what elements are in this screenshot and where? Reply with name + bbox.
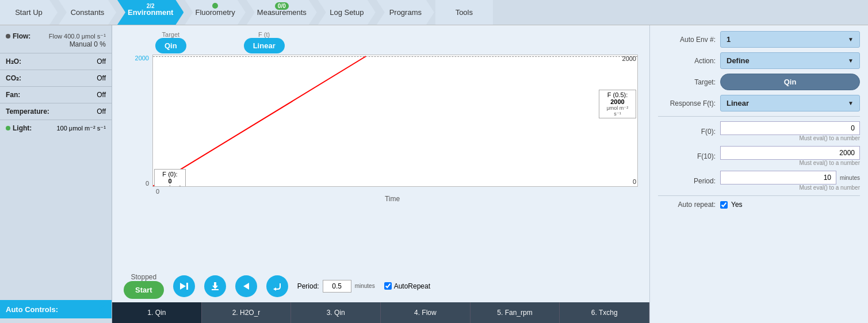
period-input-group: minutes Must eval() to a number [720, 171, 860, 191]
chart-area: Target Qin F (t) Linear 2000 0 [112, 25, 649, 270]
return-button[interactable] [266, 275, 288, 297]
temp-value: Off [97, 107, 106, 116]
nav-programs[interactable]: Programs [377, 0, 434, 25]
auto-controls[interactable]: Auto Controls: [0, 300, 112, 318]
svg-marker-1 [180, 283, 186, 290]
nav-startup[interactable]: Start Up [0, 0, 58, 25]
co2-section: CO₂: Off [0, 72, 112, 84]
period-label-right: Period: [658, 177, 716, 185]
svg-rect-5 [212, 289, 219, 290]
qin-button[interactable]: Qin [155, 38, 186, 53]
svg-line-0 [153, 56, 366, 186]
tab-flow[interactable]: 4. Flow [381, 302, 471, 323]
response-label: Response F(t): [658, 99, 716, 107]
x-zero: 0 [156, 188, 159, 195]
right-divider-1 [658, 116, 860, 117]
h2o-label: H₂O: [6, 57, 21, 66]
target-row: Target: Qin [658, 74, 860, 90]
action-row: Action: Define ▼ [658, 52, 860, 69]
period-input[interactable] [323, 280, 351, 293]
back-icon [241, 281, 251, 291]
auto-repeat-value: Yes [731, 201, 743, 209]
f05-unit: μmol m⁻² s⁻¹ [603, 105, 632, 117]
period-input-right[interactable] [720, 171, 836, 184]
divider-4 [0, 103, 112, 103]
temp-label: Temperature: [6, 107, 49, 116]
target-label-right: Target: [658, 78, 716, 86]
flow-section: Flow: Flow 400.0 μmol s⁻¹ Manual 0 % [0, 30, 112, 51]
ft-label: F (t) [258, 31, 270, 38]
start-button[interactable]: Start [124, 281, 164, 299]
f0-input[interactable] [720, 121, 860, 135]
action-label: Action: [658, 57, 716, 65]
fan-value: Off [97, 91, 106, 99]
temp-section: Temperature: Off [0, 106, 112, 117]
flow-value: Flow 400.0 μmol s⁻¹ [49, 33, 106, 40]
period-unit-right: minutes [840, 175, 860, 181]
f10-row: F(10): Must eval() to a number [658, 146, 860, 166]
divider-5 [0, 120, 112, 120]
back-button[interactable] [235, 275, 257, 297]
skip-forward-button[interactable] [173, 275, 195, 297]
nav-logsetup[interactable]: Log Setup [318, 0, 376, 25]
y-right-zero: 0 [633, 178, 636, 185]
auto-repeat-checkbox[interactable] [720, 201, 728, 209]
period-row-right: Period: minutes Must eval() to a number [658, 171, 860, 191]
svg-rect-2 [186, 283, 188, 290]
f0-label-right: F(0): [658, 128, 716, 136]
measurements-badge: 0/0 [275, 2, 289, 10]
fluorometry-dot [212, 3, 218, 9]
nav-fluorometry[interactable]: Fluorometry [185, 0, 245, 25]
auto-env-arrow: ▼ [848, 36, 854, 43]
f0-value: 0 [158, 178, 182, 184]
f0-box: F (0): 0 μmol m⁻² s⁻¹ [154, 169, 186, 187]
target-select[interactable]: Qin [720, 74, 860, 90]
nav-measurements[interactable]: 0/0 Measurements [247, 0, 317, 25]
flow-sub: Manual 0 % [6, 40, 106, 48]
y-zero: 0 [146, 180, 149, 187]
y-right-2000: 2000 [622, 55, 636, 62]
flow-dot [6, 34, 10, 39]
f10-input-group: Must eval() to a number [720, 146, 860, 166]
autorepeat-checkbox[interactable] [384, 282, 392, 290]
period-hint: Must eval() to a number [720, 184, 860, 191]
tab-h2o-r[interactable]: 2. H2O_r [202, 302, 292, 323]
svg-marker-7 [273, 287, 276, 291]
auto-env-select[interactable]: 1 ▼ [720, 31, 860, 48]
f0-input-group: Must eval() to a number [720, 121, 860, 141]
tab-fan-rpm[interactable]: 5. Fan_rpm [471, 302, 560, 323]
f0-label: F (0): [158, 171, 182, 178]
tab-txchg[interactable]: 6. Txchg [560, 302, 649, 323]
auto-repeat-row: Auto repeat: Yes [658, 201, 860, 209]
bottom-controls: Stopped Start [112, 270, 649, 302]
response-row: Response F(t): Linear ▼ [658, 95, 860, 111]
auto-controls-label: Auto Controls: [6, 305, 58, 314]
chart-plot: F (0): 0 μmol m⁻² s⁻¹ F (0.5): 2000 μmol… [152, 55, 638, 187]
co2-label: CO₂: [6, 74, 21, 82]
linear-button[interactable]: Linear [244, 38, 285, 53]
nav-constants[interactable]: Constants [59, 0, 116, 25]
nav-environment[interactable]: 2/2 Environment [117, 0, 183, 25]
y-max: 2000 [135, 55, 149, 61]
f10-input[interactable] [720, 146, 860, 160]
top-navigation: Start Up Constants 2/2 Environment Fluor… [0, 0, 868, 25]
action-select[interactable]: Define ▼ [720, 52, 860, 69]
left-sidebar: Flow: Flow 400.0 μmol s⁻¹ Manual 0 % H₂O… [0, 25, 112, 323]
download-button[interactable] [204, 275, 226, 297]
ramp-line-svg [153, 55, 637, 186]
download-icon [210, 281, 220, 291]
svg-marker-6 [243, 283, 249, 290]
tab-qin-3[interactable]: 3. Qin [291, 302, 381, 323]
target-label: Target [162, 31, 180, 38]
auto-env-label: Auto Env #: [658, 36, 716, 44]
environment-badge: 2/2 [144, 2, 158, 10]
tab-qin-1[interactable]: 1. Qin [112, 302, 202, 323]
divider-2 [0, 70, 112, 70]
nav-tools[interactable]: Tools [435, 0, 493, 25]
skip-forward-icon [179, 281, 189, 291]
h2o-value: Off [97, 57, 106, 66]
x-axis-label: Time [124, 195, 638, 203]
tab-bar: 1. Qin 2. H2O_r 3. Qin 4. Flow 5. Fan_rp… [112, 302, 649, 323]
response-select[interactable]: Linear ▼ [720, 95, 860, 111]
auto-controls-arrow [99, 305, 106, 314]
